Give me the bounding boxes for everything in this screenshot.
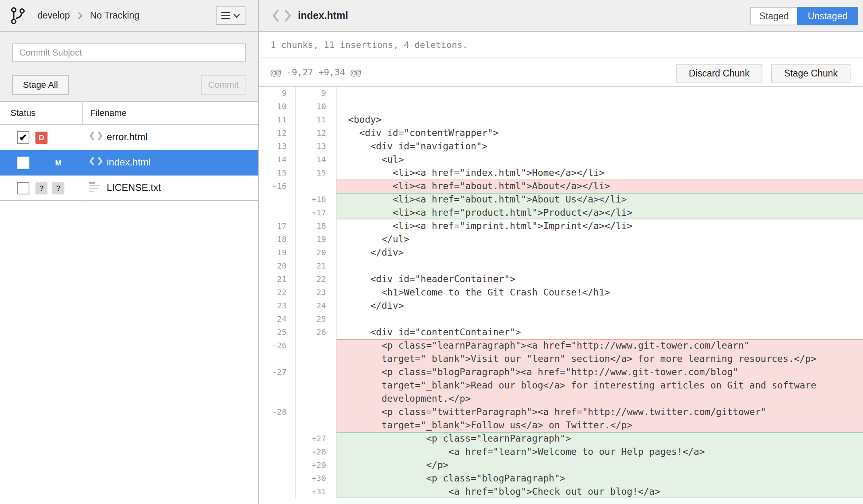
new-line-number: 21 [296,259,337,273]
diff-line-inserted[interactable]: +28 <a href="learn">Welcome to our Help … [259,445,863,459]
file-checkbox[interactable]: ✔ [17,131,29,144]
code-file-icon [89,131,103,143]
diff-line-context[interactable]: 1111 <body> [259,113,863,126]
new-line-number [296,339,337,366]
stage-all-button[interactable]: Stage All [12,75,69,95]
diff-panel: index.html Staged Unstaged 1 chunks, 11 … [259,0,863,504]
diff-line-inserted[interactable]: +31 <a href="blog">Check out our blog!</… [259,485,863,498]
hunk-header-bar: @@ -9,27 +9,34 @@ Discard Chunk Stage Ch… [259,58,863,87]
old-line-number [259,206,296,219]
discard-chunk-button[interactable]: Discard Chunk [676,64,762,83]
diff-line-deleted[interactable]: -16 <li><a href="about.html">About</a></… [259,180,863,193]
diff-code-text: <p class="blogParagraph"> [337,472,863,485]
old-line-number: -16 [259,180,296,193]
diff-line-deleted[interactable]: -27 <p class="blogParagraph"><a href="ht… [259,366,863,405]
diff-code-text: <p class="twitterParagraph"><a href="htt… [337,405,863,432]
old-line-number: 24 [259,312,296,326]
old-line-number: 11 [259,113,296,126]
new-line-number: +16 [296,193,337,206]
old-line-number [259,432,296,445]
old-line-number: 13 [259,140,296,153]
diff-code-text: <div id="contentWrapper"> [337,126,863,140]
file-name: index.html [107,157,151,168]
diff-line-inserted[interactable]: +30 <p class="blogParagraph"> [259,472,863,485]
diff-line-context[interactable]: 99 [259,87,863,100]
diff-line-inserted[interactable]: +29 </p> [259,459,863,472]
diff-line-context[interactable]: 2021 [259,259,863,273]
diff-code-text: <h1>Welcome to the Git Crash Course!</h1… [337,286,863,299]
new-line-number: 9 [296,87,337,100]
diff-code-text [337,312,863,326]
tab-staged[interactable]: Staged [750,7,797,25]
file-table-header: Status Filename [0,102,258,125]
old-line-number [259,445,296,459]
commit-button[interactable]: Commit [201,75,246,95]
diff-code-text [337,87,863,100]
new-line-number: +27 [296,432,337,445]
diff-line-context[interactable]: 2223 <h1>Welcome to the Git Crash Course… [259,286,863,299]
status-column-header: Status [10,108,35,118]
new-line-number: 20 [296,246,337,259]
staged-unstaged-toggle: Staged Unstaged [750,7,858,25]
old-line-number: 17 [259,219,296,233]
diff-line-context[interactable]: 1414 <ul> [259,153,863,166]
commit-subject-input[interactable] [12,43,246,62]
status-badge: ? [52,182,64,194]
old-line-number: -28 [259,405,296,432]
tab-unstaged[interactable]: Unstaged [797,7,858,25]
diff-view[interactable]: 9910101111 <body>1212 <div id="contentWr… [259,87,863,504]
file-list: ✔Derror.htmlMindex.html??LICENSE.txt [0,125,258,504]
file-name: LICENSE.txt [107,182,161,193]
status-badge: M [52,157,64,169]
old-line-number: 10 [259,100,296,113]
diff-line-context[interactable]: 1212 <div id="contentWrapper"> [259,126,863,140]
new-line-number [296,180,337,193]
new-line-number: 26 [296,326,337,339]
new-line-number: +29 [296,459,337,472]
file-row[interactable]: ??LICENSE.txt [0,176,258,201]
diff-line-context[interactable]: 1819 </ul> [259,233,863,246]
old-line-number: 18 [259,233,296,246]
status-badge: D [35,132,47,144]
branch-menu-button[interactable] [216,6,246,25]
diff-line-context[interactable]: 1920 </div> [259,246,863,259]
app-window: develop No Tracking Stage All Commit [0,0,863,504]
diff-line-deleted[interactable]: -28 <p class="twitterParagraph"><a href=… [259,405,863,432]
new-line-number: 10 [296,100,337,113]
diff-code-text [337,259,863,273]
old-line-number [259,485,296,498]
diff-line-context[interactable]: 1313 <div id="navigation"> [259,140,863,153]
stage-chunk-button[interactable]: Stage Chunk [771,64,851,83]
diff-line-inserted[interactable]: +27 <p class="learnParagraph"> [259,432,863,445]
diff-line-inserted[interactable]: +16 <li><a href="about.html">About Us</a… [259,193,863,206]
new-line-number: 15 [296,166,337,180]
diff-header: index.html Staged Unstaged [259,0,863,32]
diff-code-text [337,100,863,113]
diff-line-context[interactable]: 2324 </div> [259,299,863,312]
old-line-number: -27 [259,366,296,405]
file-checkbox[interactable] [17,157,29,169]
diff-line-context[interactable]: 2122 <div id="headerContainer"> [259,273,863,286]
diff-line-deleted[interactable]: -26 <p class="learnParagraph"><a href="h… [259,339,863,366]
new-line-number: 11 [296,113,337,126]
diff-code-text: <body> [337,113,863,126]
diff-line-context[interactable]: 1515 <li><a href="index.html">Home</a></… [259,166,863,180]
old-line-number: 22 [259,286,296,299]
new-line-number: 14 [296,153,337,166]
old-line-number: 15 [259,166,296,180]
diff-line-context[interactable]: 1010 [259,100,863,113]
file-checkbox[interactable] [17,182,29,194]
chevron-right-icon [77,11,83,20]
file-row[interactable]: ✔Derror.html [0,125,258,150]
diff-line-context[interactable]: 2526 <div id="contentContainer"> [259,326,863,339]
diff-code-text: <p class="learnParagraph"><a href="http:… [337,339,863,366]
breadcrumb[interactable]: develop No Tracking [37,10,139,21]
diff-line-inserted[interactable]: +17 <li><a href="product.html">Product</… [259,206,863,219]
diff-line-context[interactable]: 2425 [259,312,863,326]
diff-line-context[interactable]: 1718 <li><a href="imprint.html">Imprint<… [259,219,863,233]
old-line-number: 20 [259,259,296,273]
new-line-number: 24 [296,299,337,312]
current-branch-label[interactable]: develop [37,10,70,21]
file-row[interactable]: Mindex.html [0,150,258,176]
sidebar: develop No Tracking Stage All Commit [0,0,259,504]
